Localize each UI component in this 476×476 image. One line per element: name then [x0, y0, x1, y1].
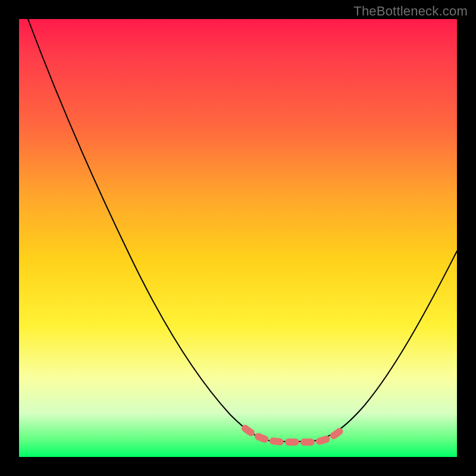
chart-frame: TheBottleneck.com: [0, 0, 476, 476]
watermark-text: TheBottleneck.com: [353, 4, 468, 19]
chart-svg: [19, 19, 457, 457]
bottleneck-curve: [28, 19, 457, 441]
plot-area: [19, 19, 457, 457]
valley-marker: [245, 428, 340, 442]
